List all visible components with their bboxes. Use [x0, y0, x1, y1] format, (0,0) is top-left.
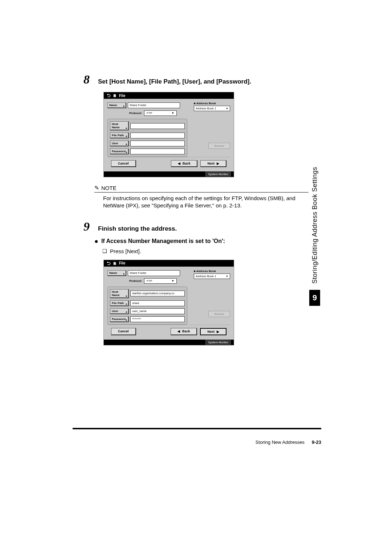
screen1-protocol-value: FTP: [147, 112, 152, 115]
note-label: NOTE: [101, 185, 117, 191]
screen2-back-button[interactable]: ◀Back: [171, 328, 197, 335]
screen2-addr-value: Address Book 1: [196, 275, 216, 278]
screen2-next-button[interactable]: Next▶: [200, 328, 226, 335]
screen1-addr-dropdown[interactable]: Address Book 1 ▼: [194, 106, 230, 111]
screen2-path-button[interactable]: File Path▸: [110, 300, 129, 306]
caret-down-icon: ▼: [171, 279, 174, 283]
side-tab-number: 9: [309, 290, 320, 306]
screen1-name-input[interactable]: Share Folder: [128, 102, 180, 108]
screen1-path-row: File Path▸: [110, 133, 185, 138]
arrow-right-icon: ▸: [126, 303, 127, 305]
screen1-user-button[interactable]: User▸: [110, 141, 129, 146]
triangle-left-icon: ◀: [178, 162, 180, 165]
screen1-browse-button: Browse: [208, 143, 230, 149]
screen2-user-button[interactable]: User▸: [110, 308, 129, 314]
screen2-addr-dropdown[interactable]: Address Book 1 ▼: [194, 274, 230, 279]
sub-bullet-text: If Access Number Management is set to 'O…: [101, 238, 225, 244]
screen2-user-input[interactable]: user_name: [130, 308, 185, 314]
screen2-protocol-dropdown[interactable]: FTP ▼: [144, 278, 177, 284]
arrow-right-icon: ▸: [123, 272, 125, 275]
screen2-name-row: Name ▸ Share Folder: [107, 270, 180, 276]
screen1-sysmonitor[interactable]: System Monitor: [205, 172, 231, 177]
step-8: 8 Set [Host Name], [File Path], [User], …: [83, 73, 309, 86]
screen1-next-button[interactable]: Next▶: [200, 160, 226, 167]
side-tab-text: Storing/Editing Address Book Settings: [311, 163, 319, 287]
screen1-pwd-input[interactable]: [130, 149, 185, 154]
step-9-title: Finish storing the address.: [98, 223, 177, 232]
screen1-addr-value: Address Book 1: [196, 107, 216, 110]
printer-screen-2: ⮌ 🗎 File ■ Address Book Address Book 1 ▼…: [103, 260, 234, 345]
screen2-host-input[interactable]: starfish.organization.company.co: [130, 291, 185, 296]
screen1-footer: Cancel ◀Back Next▶: [107, 157, 230, 170]
screen2-titlebar: ⮌ 🗎 File: [104, 260, 234, 267]
screen1-host-button[interactable]: Host Name▸: [110, 121, 129, 130]
pencil-icon: ✎: [94, 185, 99, 191]
screen2-name-input[interactable]: Share Folder: [128, 270, 180, 276]
arrow-right-icon: ▸: [126, 135, 127, 138]
bullet-icon: ●: [94, 238, 98, 244]
back-arrow-icon: ⮌: [107, 261, 111, 266]
note-header: ✎ NOTE: [94, 185, 309, 193]
triangle-right-icon: ▶: [217, 162, 219, 165]
screen2-title-text: File: [119, 261, 125, 265]
screen1-name-label: Name: [109, 104, 117, 107]
note-text: For instructions on specifying each of t…: [103, 195, 309, 210]
screen1-user-input[interactable]: [130, 141, 185, 146]
step-8-number: 8: [83, 73, 98, 86]
step-9: 9 Finish storing the address.: [83, 220, 309, 234]
screen2-pwd-input[interactable]: ********: [130, 316, 185, 322]
screen2-statusbar: System Monitor: [104, 340, 234, 345]
caret-down-icon: ▼: [171, 112, 174, 115]
arrow-right-icon: ▸: [123, 105, 125, 108]
screen1-protocol-dropdown[interactable]: FTP ▼: [144, 110, 177, 116]
footer-line: Storing New Addresses 9-23: [73, 439, 321, 445]
screen2-protocol-row: Protocol: FTP ▼: [129, 278, 230, 284]
triangle-left-icon: ◀: [177, 329, 180, 333]
screen2-pwd-row: Password▸ ********: [110, 316, 185, 322]
triangle-right-icon: ▶: [217, 330, 219, 333]
screen1-name-row: Name ▸ Share Folder: [107, 102, 180, 108]
screen2-footer: Cancel ◀Back Next▶: [107, 325, 230, 338]
screen1-body: ■ Address Book Address Book 1 ▼ Name ▸ S…: [104, 99, 234, 171]
screen1-host-row: Host Name▸: [110, 121, 185, 130]
screen2-host-row: Host Name▸ starfish.organization.company…: [110, 289, 185, 298]
back-arrow-icon: ⮌: [107, 93, 111, 98]
screen1-address-block: ■ Address Book Address Book 1 ▼: [194, 102, 230, 111]
screen1-host-input[interactable]: [130, 123, 185, 129]
screen2-host-button[interactable]: Host Name▸: [110, 289, 129, 298]
step-8-title: Set [Host Name], [File Path], [User], an…: [98, 76, 251, 85]
screen2-protocol-value: FTP: [147, 279, 152, 283]
screen1-addr-label: ■ Address Book: [194, 102, 230, 105]
screen1-path-button[interactable]: File Path▸: [110, 133, 129, 138]
screen1-pwd-row: Password▸: [110, 149, 185, 154]
screen1-field-group: Host Name▸ File Path▸ User▸ Password▸: [107, 119, 187, 157]
screen1-pwd-button[interactable]: Password▸: [110, 149, 129, 154]
screen2-cancel-button[interactable]: Cancel: [111, 328, 136, 335]
screen1-back-button[interactable]: ◀Back: [171, 160, 198, 167]
footer-rule: [73, 428, 321, 429]
screen1-path-input[interactable]: [130, 133, 185, 138]
screen1-cancel-button[interactable]: Cancel: [111, 160, 136, 167]
screen2-sysmonitor[interactable]: System Monitor: [205, 340, 231, 345]
screen1-titlebar: ⮌ 🗎 File: [104, 92, 234, 99]
screen2-field-group: Host Name▸ starfish.organization.company…: [107, 287, 187, 325]
arrow-right-icon: ▸: [126, 311, 127, 313]
screen2-name-button[interactable]: Name ▸: [107, 270, 126, 276]
caret-down-icon: ▼: [226, 107, 228, 110]
arrow-right-icon: ▸: [126, 151, 127, 154]
screen1-title-text: File: [119, 94, 125, 98]
side-tab: Storing/Editing Address Book Settings 9: [308, 163, 321, 316]
sub-press-row: ❑ Press [Next].: [102, 248, 309, 254]
screen2-pwd-button[interactable]: Password▸: [110, 316, 129, 322]
caret-down-icon: ▼: [226, 275, 228, 278]
file-icon: 🗎: [113, 93, 117, 98]
sub-press-text: Press [Next].: [110, 248, 141, 254]
screen1-protocol-row: Protocol: FTP ▼: [129, 110, 230, 116]
screen2-browse-button: Browse: [208, 311, 230, 317]
footer-section: Storing New Addresses: [256, 439, 305, 445]
printer-screen-1: ⮌ 🗎 File ■ Address Book Address Book 1 ▼…: [103, 92, 234, 177]
file-icon: 🗎: [113, 261, 117, 266]
screen1-name-button[interactable]: Name ▸: [107, 102, 126, 108]
screen2-path-input[interactable]: share: [130, 300, 185, 306]
step-9-number: 9: [83, 220, 98, 234]
